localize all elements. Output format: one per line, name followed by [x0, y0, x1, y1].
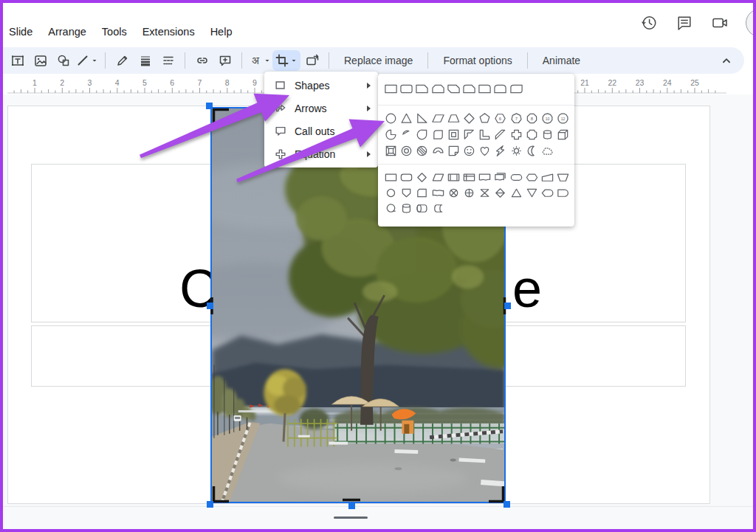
resize-handle-mid-right[interactable] — [504, 303, 511, 309]
shape-frame[interactable] — [446, 127, 461, 142]
chevron-down-icon[interactable] — [289, 56, 298, 65]
shape-heptagon-7[interactable]: 7 — [509, 111, 524, 126]
resize-handle-bottom-left[interactable] — [207, 501, 213, 508]
shape-bevel[interactable] — [383, 143, 399, 159]
shape-flow-process[interactable] — [383, 170, 399, 185]
shape-decagon-10[interactable]: 10 — [540, 111, 555, 126]
shape-flow-direct-access-storage[interactable] — [414, 201, 430, 216]
notes-resize-handle[interactable] — [334, 517, 368, 519]
shape-rectangle[interactable] — [383, 81, 399, 97]
shape-sun[interactable] — [509, 143, 524, 159]
menu-arrange[interactable]: Arrange — [41, 24, 93, 40]
shape-flow-offpage-connector[interactable] — [399, 185, 414, 201]
resize-handle-bottom-right[interactable] — [504, 501, 510, 508]
shape-plaque[interactable] — [524, 127, 540, 142]
mask-menu-item-call-outs[interactable]: Call outs — [264, 120, 378, 142]
shape-octagon-8[interactable]: 8 — [524, 111, 540, 126]
shape-flow-display[interactable] — [540, 185, 555, 201]
text-box-button[interactable] — [6, 50, 29, 71]
mask-menu-item-arrows[interactable]: Arrows — [264, 97, 378, 120]
shape-flow-connector[interactable] — [383, 185, 399, 201]
collapse-toolbar-icon[interactable] — [718, 52, 735, 69]
shape-flow-magnetic-disk[interactable] — [399, 201, 414, 216]
resize-handle-mid-left[interactable] — [207, 303, 213, 309]
shape-flow-document[interactable] — [477, 170, 492, 185]
text-options-button[interactable]: अ — [247, 50, 272, 71]
border-weight-button[interactable] — [134, 50, 157, 71]
border-color-button[interactable] — [111, 50, 134, 71]
shape-diamond[interactable] — [461, 111, 477, 126]
shape-snip-same-side-corner-rectangle[interactable] — [430, 81, 446, 97]
menu-tools[interactable]: Tools — [95, 24, 134, 40]
shape-flow-terminator[interactable] — [509, 170, 524, 185]
insert-image-button[interactable] — [29, 50, 52, 71]
shape-smiley-face[interactable] — [461, 143, 477, 159]
shape-flow-manual-input[interactable] — [540, 170, 555, 185]
replace-image-button[interactable]: Replace image — [334, 50, 422, 71]
shape-flow-card[interactable] — [414, 185, 430, 201]
shape-parallelogram[interactable] — [430, 111, 446, 126]
shape-flow-delay[interactable] — [555, 185, 571, 201]
shape-flow-or[interactable] — [461, 185, 477, 201]
shape-half-frame[interactable] — [461, 127, 477, 142]
mask-menu-item-equation[interactable]: Equation — [264, 142, 378, 165]
shape-flow-stored-data[interactable] — [430, 201, 446, 216]
mask-image-button[interactable] — [272, 50, 300, 71]
insert-line-button[interactable] — [75, 50, 100, 71]
shape-hexagon-6[interactable]: 6 — [492, 111, 508, 126]
shape-half-round-rectangle[interactable] — [430, 127, 446, 142]
shape-flow-multidocument[interactable] — [492, 170, 508, 185]
insert-shape-button[interactable] — [52, 50, 75, 71]
shape-can[interactable] — [540, 127, 555, 142]
shape-flow-decision[interactable] — [414, 170, 430, 185]
shape-moon[interactable] — [524, 143, 540, 159]
shape-flow-data[interactable] — [430, 170, 446, 185]
border-dash-button[interactable] — [157, 50, 179, 71]
shape-snip-round-single-corner-rectangle[interactable] — [461, 81, 477, 97]
shape-no-symbol[interactable] — [414, 143, 430, 159]
shape-flow-manual-operation[interactable] — [555, 170, 571, 185]
shape-cube[interactable] — [555, 127, 571, 142]
shape-donut[interactable] — [399, 143, 414, 159]
shape-triangle[interactable] — [399, 111, 414, 126]
menu-slide[interactable]: Slide — [2, 24, 39, 40]
shape-flow-alternate-process[interactable] — [399, 170, 414, 185]
shape-cross[interactable] — [509, 127, 524, 142]
shape-teardrop[interactable] — [414, 127, 430, 142]
menu-help[interactable]: Help — [204, 24, 239, 40]
shape-ellipse[interactable] — [383, 111, 399, 126]
shape-cloud[interactable] — [540, 143, 555, 159]
shape-flow-extract[interactable] — [509, 185, 524, 201]
format-options-button[interactable]: Format options — [433, 50, 521, 71]
shape-snip-single-corner-rectangle[interactable] — [414, 81, 430, 97]
insert-link-button[interactable] — [190, 50, 213, 71]
shape-flow-predefined-process[interactable] — [446, 170, 461, 185]
shape-pie[interactable] — [383, 127, 399, 142]
version-history-icon[interactable] — [639, 13, 659, 32]
shape-diagonal-stripe[interactable] — [492, 127, 508, 142]
shape-flow-preparation[interactable] — [524, 170, 540, 185]
chevron-down-icon[interactable] — [90, 56, 99, 65]
shape-pentagon[interactable] — [477, 111, 492, 126]
shape-flow-merge[interactable] — [524, 185, 540, 201]
shape-l-shape[interactable] — [477, 127, 492, 142]
shape-lightning-bolt[interactable] — [492, 143, 508, 159]
shape-round-diagonal-corner-rectangle[interactable] — [509, 81, 524, 97]
shape-round-single-corner-rectangle[interactable] — [477, 81, 492, 97]
shape-chord[interactable] — [399, 127, 414, 142]
meet-camera-icon[interactable] — [710, 13, 729, 32]
shape-flow-sort[interactable] — [492, 185, 508, 201]
reset-image-button[interactable] — [300, 50, 323, 71]
shape-flow-summing-junction[interactable] — [446, 185, 461, 201]
resize-handle-bottom-mid[interactable] — [348, 502, 355, 509]
account-avatar[interactable] — [746, 9, 756, 37]
shape-trapezoid[interactable] — [446, 111, 461, 126]
add-comment-button[interactable] — [213, 50, 236, 71]
shape-flow-sequential-storage[interactable] — [383, 201, 399, 216]
animate-button[interactable]: Animate — [533, 50, 590, 71]
shape-flow-internal-storage[interactable] — [461, 170, 477, 185]
chevron-down-icon[interactable] — [263, 56, 272, 65]
shape-folded-corner[interactable] — [446, 143, 461, 159]
resize-handle-top-left[interactable] — [206, 103, 213, 109]
shape-snip-diagonal-corner-rectangle[interactable] — [446, 81, 461, 97]
